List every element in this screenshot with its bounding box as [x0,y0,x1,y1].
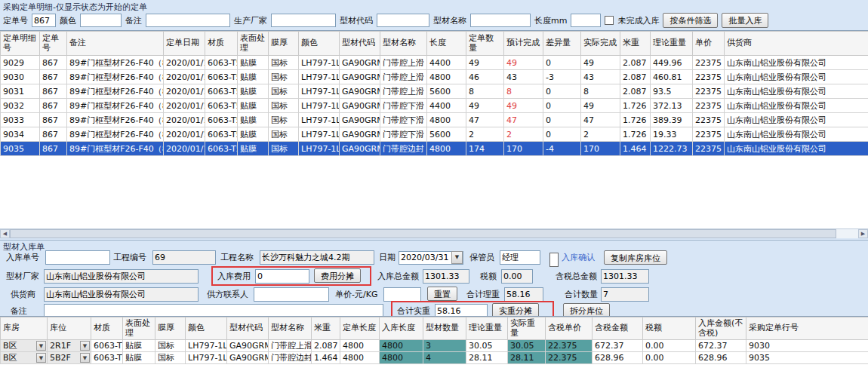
cell: 6063-T5 [205,56,238,70]
scrollbar-thumb[interactable] [10,229,836,238]
reset-button[interactable]: 重置 [427,287,457,301]
cell: GA90GRM04 [340,99,380,113]
table-row[interactable]: 903186789#门框型材F26-F40（866+867）2020/01/13… [1,84,868,99]
table-row[interactable]: B区▼2R1F▼6063-T5贴膜国标LH797-1LL0GA90GRM03门带… [1,340,868,352]
cell: 2020/01/13 [164,113,205,127]
profile-name-filter-input[interactable] [470,14,531,27]
unfinished-checkbox[interactable] [605,16,614,25]
cell: 867 [40,70,67,84]
cell: 170 [504,142,543,156]
order-no-label: 定单号 [3,15,28,26]
column-header: 米重 [312,317,340,340]
cell: 49 [581,56,620,70]
table-row[interactable]: 902986789#门框型材F26-F40（866+867）2020/01/13… [1,56,868,70]
dropdown-arrow-icon[interactable]: ▼ [80,353,90,363]
remark-filter-label: 备注 [125,15,142,26]
horizontal-scrollbar[interactable]: ◀ ▶ [0,228,868,238]
tax-input[interactable] [501,269,533,284]
table-row[interactable]: 903286789#门框型材F26-F40（866+867）2020/01/13… [1,99,868,113]
table-row[interactable]: 903386789#门框型材F26-F40（866+867）2020/01/13… [1,113,868,127]
unit-price-label: 单价-元/KG [335,287,377,302]
scroll-right-icon[interactable]: ▶ [858,229,868,238]
cell: 0 [543,113,581,127]
scroll-left-icon[interactable]: ◀ [0,229,10,238]
column-header: 表面处理 [238,32,269,56]
inbound-panel: 型材入库单 入库单号 工程编号 工程名称 日期 ▼ 保管员 入库确认 复制库房库… [0,240,868,371]
color-filter-input[interactable] [80,14,122,27]
keeper-input[interactable] [500,250,540,265]
profile-code-filter-input[interactable] [377,14,429,27]
cell: 贴膜 [238,113,269,127]
tax-label: 税额 [480,269,497,284]
cell: 4800 [427,142,466,156]
fee-allocate-button[interactable]: 费用分摊 [314,268,361,283]
cell: 49 [466,99,504,113]
cell: 9034 [1,127,40,142]
cell: 6063-T5 [205,99,238,113]
cell: 449.96 [651,56,693,70]
cell: 8 [466,84,504,99]
order-no-filter-input[interactable] [32,14,56,27]
unit-price-input[interactable] [383,287,421,302]
project-name-input[interactable] [260,250,374,265]
column-header: 入库金额(不含税) [696,317,746,340]
cell: 2.087 [620,70,651,84]
date-picker-dropdown-icon[interactable]: ▼ [451,251,463,264]
cell: 4400 [427,56,466,70]
cell: GA90GRM04 [340,127,380,142]
copy-warehouse-location-button[interactable]: 复制库房库位 [604,250,667,265]
cell: 门带腔下滑 [380,127,427,142]
cell: GA90GRM03 [227,340,269,352]
column-header: 备注 [67,32,164,56]
filter-by-condition-button[interactable]: 按条件筛选 [663,13,718,28]
supplier-input[interactable] [44,287,199,302]
cell: 2020/01/13 [164,56,205,70]
cell: 门带腔下滑 [380,113,427,127]
total-qty-input[interactable] [601,287,649,302]
manufacturer-filter-input[interactable] [271,14,336,27]
project-no-input[interactable] [152,250,216,265]
color-filter-label: 颜色 [60,15,76,26]
dropdown-arrow-icon[interactable]: ▼ [36,341,46,351]
dropdown-arrow-icon[interactable]: ▼ [80,341,90,351]
cell: 4400 [427,99,466,113]
cell: 22375 [693,84,725,99]
table-row[interactable]: 903486789#门框型材F26-F40（866+867）2020/01/13… [1,127,868,142]
inbound-fee-input[interactable] [255,269,309,284]
purchase-panel-title: 采购定单明细-仅显示状态为开始的定单 [3,2,147,13]
cell: LH797-1LL0 [299,142,340,156]
cell: 国标 [269,142,299,156]
supplier-label: 供货商 [11,287,35,302]
table-row[interactable]: 903586789#门框型材F26-F40（866+867）2020/01/13… [1,142,868,156]
batch-inbound-button[interactable]: 批量入库 [722,13,768,28]
cell: 贴膜 [238,99,269,113]
total-theory-weight-input[interactable] [504,287,543,302]
project-name-label: 工程名称 [220,250,254,265]
table-row[interactable]: B区▼5B2F▼6063-T5贴膜国标LH797-1LL0GA90GRM05门带… [1,352,868,364]
dropdown-arrow-icon[interactable]: ▼ [36,353,46,363]
inbound-total-amount-label: 入库总金额 [377,269,419,284]
table-row[interactable]: 903086789#门框型材F26-F40（866+867）2020/01/13… [1,70,868,84]
total-with-tax-input[interactable] [601,269,649,284]
cell: 贴膜 [238,70,269,84]
inbound-total-amount-input[interactable] [423,269,469,284]
cell: 1.726 [620,113,651,127]
profile-factory-input[interactable] [44,269,199,284]
length-filter-input[interactable] [571,14,601,27]
cell: 9035 [746,352,868,364]
remark-filter-input[interactable] [146,14,230,27]
cell: 山东南山铝业股份有限公司 [725,113,868,127]
cell: 867 [40,56,67,70]
cell: 国标 [155,340,186,352]
date-field: ▼ [399,250,463,265]
cell: 山东南山铝业股份有限公司 [725,70,868,84]
cell: LH797-1LL0 [299,70,340,84]
column-header: 定单数量 [466,32,504,56]
cell: 389.39 [651,113,693,127]
profile-code-filter-label: 型材代码 [340,15,373,26]
inbound-no-input[interactable] [45,250,110,265]
inbound-confirm-checkbox[interactable] [549,253,559,267]
cell: 门带腔上滑 [380,70,427,84]
cell: 1.726 [620,99,651,113]
supplier-contact-input[interactable] [254,287,329,302]
